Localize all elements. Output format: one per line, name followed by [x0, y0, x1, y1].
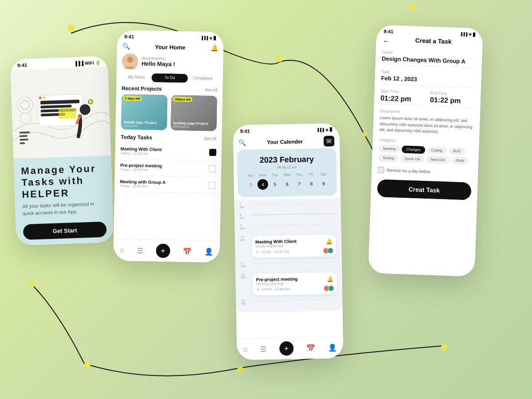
nav-tasks-icon[interactable]: ☰ — [137, 246, 143, 254]
calendar-day-headers: Sun Mon Tue Wed Thu Fri Sat — [241, 172, 333, 178]
phone1-subtitle: All your tasks will be organized in quic… — [22, 200, 106, 217]
time-row-13pm: 13PM — [241, 297, 337, 308]
remind-checkbox[interactable] — [378, 167, 384, 173]
phone2-greeting: Good Evening ! Hello Maya ! — [122, 53, 218, 71]
phone2-time: 9:41 — [124, 34, 134, 39]
event-avatars-2 — [324, 285, 334, 291]
category-quick-cal[interactable]: Quick Cal — [400, 155, 424, 163]
calendar-filter-icon[interactable] — [324, 136, 334, 146]
fab3-add-button[interactable]: + — [279, 341, 294, 356]
battery-icon4: ▊ — [473, 32, 476, 36]
cal-day-9[interactable]: 9 — [318, 178, 329, 188]
get-start-button[interactable]: Get Start — [23, 222, 107, 240]
category-bug[interactable]: BUG — [449, 147, 466, 155]
category-shab[interactable]: Shab — [451, 156, 469, 164]
svg-rect-16 — [20, 142, 25, 144]
svg-point-9 — [88, 100, 93, 104]
task-name-field[interactable]: Design Changes With Group A — [382, 55, 476, 68]
signal-icon4: ▐▐▐ — [460, 32, 467, 36]
tab-my-tasks[interactable]: My Tasks — [122, 73, 152, 82]
phone1-bottom: Manage Your Tasks with HELPER All your t… — [14, 155, 114, 246]
svg-point-10 — [17, 97, 33, 113]
task-time-2: Today - 12:00 Pm — [120, 168, 162, 172]
project-card-2[interactable]: 16days left landing page Project landing… — [171, 95, 217, 131]
projects-row: 2 days left Mobile App. Project UI Kit g… — [121, 94, 217, 131]
phone-onboarding: 9:41 ▐▐▐ WiFi 🔋 — [10, 56, 114, 245]
time-divider-13pm — [254, 299, 337, 301]
back-button[interactable]: ← — [382, 36, 391, 46]
event-sub-1: Crypto Wallet App — [255, 243, 332, 248]
today-tasks-see-all[interactable]: See All — [204, 136, 216, 141]
mini-avatar-4 — [328, 285, 334, 291]
end-time-value[interactable]: 01:22 pm — [430, 96, 475, 107]
cal-day-6[interactable]: 6 — [282, 179, 293, 189]
phone4-time: 9:41 — [383, 29, 393, 35]
cal-day-3[interactable]: 3 — [245, 179, 256, 190]
nav3-tasks-icon[interactable]: ☰ — [260, 344, 266, 353]
time-row-7am: 7AM — [239, 201, 335, 211]
task-date-field[interactable]: Feb 12 , 2023 — [381, 74, 475, 87]
calendar-search-icon[interactable]: 🔍 — [239, 139, 246, 146]
calendar-title: Your Calender — [267, 138, 303, 145]
task-checkbox-2[interactable] — [209, 165, 216, 172]
category-meeting[interactable]: Meeting — [379, 145, 400, 153]
time-divider-7am — [252, 203, 336, 204]
category-coding[interactable]: Coding — [426, 146, 447, 155]
recent-projects-see-all[interactable]: See All — [205, 87, 217, 92]
wifi-icon: WiFi — [85, 60, 94, 66]
task-time-1: Today - 10:00 Am — [121, 151, 162, 156]
category-testing[interactable]: Testing — [378, 154, 399, 162]
cal-day-5[interactable]: 5 — [270, 179, 280, 189]
event-avatars-1 — [323, 247, 333, 254]
task-item-2: Pre-project meeting Today - 12:00 Pm — [120, 159, 216, 177]
time-label-12pm: 12PM — [241, 272, 250, 297]
time-divider-11am — [253, 262, 336, 263]
nav-calendar-icon[interactable]: 📅 — [183, 247, 192, 255]
task-checkbox-1[interactable] — [209, 149, 216, 156]
project-card-1[interactable]: 2 days left Mobile App. Project UI Kit g… — [121, 94, 168, 130]
nav3-profile-icon[interactable]: 👤 — [328, 344, 337, 352]
phone3-time: 9:41 — [240, 128, 250, 133]
signal-icon2: ▐▐▐ — [200, 36, 208, 40]
fab-add-button[interactable]: + — [156, 244, 170, 258]
cal-day-7[interactable]: 7 — [294, 178, 305, 189]
create-task-button[interactable]: Creat Task — [377, 179, 471, 200]
dot-3 — [277, 56, 283, 62]
category-changes[interactable]: Changes — [402, 145, 425, 154]
time-slots-area: 7AM 8AM 9AM 10AM 🔔 Meeting With Client C… — [234, 198, 342, 313]
cal-day-4-today[interactable]: 4 — [258, 179, 268, 190]
category-new-clnt[interactable]: New Clnt — [426, 156, 450, 164]
svg-rect-7 — [59, 108, 77, 119]
event-card-2[interactable]: 🔔 Pre-project meeting Parking Cars App ⏱… — [252, 272, 337, 295]
project-badge-1: 2 days left — [123, 96, 142, 101]
nav-profile-icon[interactable]: 👤 — [204, 247, 213, 256]
battery-icon3: ▊ — [330, 128, 332, 132]
phone2-search-icon[interactable]: 🔍 — [122, 43, 130, 50]
calendar-month: 2023 February — [241, 152, 333, 166]
dot-2 — [410, 4, 416, 10]
time-divider-9am — [252, 224, 336, 226]
description-text: Lorem ipsum dolor sit amet, er adipiscin… — [379, 115, 473, 136]
nav-home-icon[interactable]: ⌂ — [120, 246, 124, 254]
task-checkbox-3[interactable] — [208, 182, 215, 189]
tab-completed[interactable]: Completed — [188, 74, 218, 83]
day-header-mon: Mon — [257, 173, 269, 177]
today-tasks-header: Today Tasks See All — [121, 134, 216, 142]
cal-day-8[interactable]: 8 — [306, 178, 317, 189]
wifi-icon4: ⊕ — [469, 32, 472, 36]
start-time-value[interactable]: 01:22 pm — [380, 94, 425, 106]
tab-to-do[interactable]: To Do — [151, 73, 188, 82]
svg-point-11 — [20, 101, 30, 110]
calendar-strip: 2023 February 08:56:12 pm Sun Mon Tue We… — [237, 148, 337, 197]
phone2-bell-icon[interactable]: 🔔 — [211, 44, 218, 51]
dot-11 — [363, 131, 368, 137]
dot-7 — [84, 362, 90, 368]
event-card-1[interactable]: 🔔 Meeting With Client Crypto Wallet App … — [252, 235, 336, 258]
nav3-calendar-icon[interactable]: 📅 — [306, 344, 315, 352]
wifi-icon2: ⊕ — [209, 36, 212, 40]
nav3-home-icon[interactable]: ⌂ — [243, 345, 247, 353]
signal-icon: ▐▐▐ — [74, 61, 84, 66]
task-time-3: Today - 18:00 Pm — [120, 184, 165, 189]
battery-icon: 🔋 — [95, 60, 101, 65]
phone1-time: 9:41 — [17, 63, 27, 68]
